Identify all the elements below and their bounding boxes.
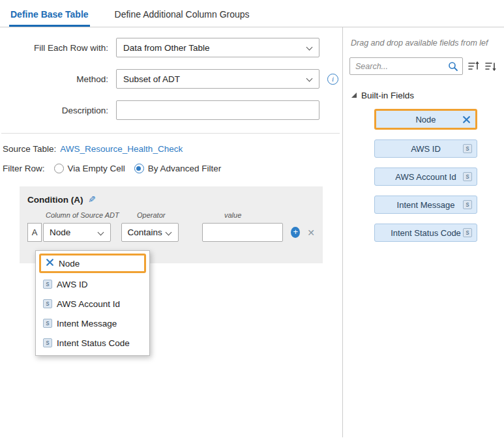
menu-item-intent-status-code[interactable]: s Intent Status Code	[36, 333, 149, 353]
string-type-icon: s	[43, 299, 52, 308]
chevron-down-icon	[97, 229, 104, 236]
search-input[interactable]	[350, 58, 462, 74]
node-type-icon	[46, 258, 54, 269]
field-label: Node	[415, 115, 436, 124]
menu-item-node[interactable]: Node	[39, 254, 146, 273]
string-type-icon: s	[463, 172, 472, 181]
source-table-link[interactable]: AWS_Resource_Health_Check	[60, 144, 183, 154]
menu-item-label: AWS ID	[57, 280, 88, 289]
remove-condition-icon[interactable]: ✕	[307, 227, 315, 238]
chevron-down-icon	[306, 76, 313, 82]
string-type-icon: s	[463, 144, 472, 153]
description-input[interactable]	[116, 100, 319, 120]
chevron-down-icon	[166, 229, 172, 236]
node-type-icon	[462, 115, 471, 126]
header-value: value	[224, 211, 241, 219]
field-label: AWS ID	[411, 144, 441, 154]
description-label: Description:	[1, 106, 116, 115]
available-fields-panel: Drag and drop available fields from lef	[342, 27, 504, 437]
string-type-icon: s	[43, 280, 52, 289]
radio-selected-icon	[134, 164, 144, 173]
method-select[interactable]: Subset of ADT	[116, 69, 319, 89]
field-label: Intent Message	[397, 200, 455, 210]
radio-by-advanced-filter[interactable]: By Advanced Filter	[134, 164, 222, 173]
menu-item-aws-account-id[interactable]: s AWS Account Id	[36, 294, 149, 314]
field-label: Intent Status Code	[391, 228, 461, 238]
radio-unselected-icon	[54, 164, 64, 173]
fill-each-row-value: Data from Other Table	[123, 43, 210, 53]
method-label: Method:	[1, 74, 116, 84]
field-aws-id[interactable]: AWS ID s	[374, 139, 477, 158]
condition-row: A Node Contains + ✕	[27, 223, 315, 242]
group-label: Built-in Fields	[361, 91, 414, 100]
menu-item-label: AWS Account Id	[57, 299, 120, 309]
string-type-icon: s	[43, 338, 52, 347]
info-icon[interactable]: i	[327, 74, 338, 85]
radio-label: Via Empty Cell	[68, 164, 125, 173]
menu-item-aws-id[interactable]: s AWS ID	[36, 274, 149, 294]
radio-via-empty-cell[interactable]: Via Empty Cell	[54, 164, 125, 173]
condition-operator-select[interactable]: Contains	[121, 223, 179, 242]
header-column-of-source-adt: Column of Source ADT	[46, 211, 119, 219]
source-table-label: Source Table:	[3, 144, 56, 154]
tab-define-base-table[interactable]: Define Base Table	[9, 3, 90, 27]
chevron-down-icon	[306, 44, 313, 51]
tab-define-additional-column-groups[interactable]: Define Additional Column Groups	[113, 3, 251, 27]
condition-title: Condition (A)	[27, 195, 83, 205]
header-operator: Operator	[137, 211, 165, 219]
sort-descending-icon[interactable]	[485, 61, 497, 71]
menu-item-intent-message[interactable]: s Intent Message	[36, 314, 149, 333]
add-condition-icon[interactable]: +	[291, 227, 300, 238]
sort-ascending-icon[interactable]	[468, 61, 480, 71]
expand-triangle-icon	[351, 91, 357, 100]
field-search	[349, 57, 463, 75]
field-intent-message[interactable]: Intent Message s	[374, 196, 477, 214]
section-divider	[1, 133, 340, 134]
base-table-config-window: Define Base Table Define Additional Colu…	[0, 0, 504, 438]
drag-drop-hint: Drag and drop available fields from lef	[351, 38, 504, 48]
field-aws-account-id[interactable]: AWS Account Id s	[374, 168, 477, 186]
condition-operator-value: Contains	[128, 227, 162, 237]
string-type-icon: s	[463, 228, 472, 237]
condition-column-select[interactable]: Node	[43, 223, 111, 242]
radio-label: By Advanced Filter	[148, 164, 222, 173]
field-node[interactable]: Node	[374, 109, 477, 130]
string-type-icon: s	[43, 319, 52, 328]
condition-key: A	[27, 223, 42, 242]
fill-each-row-select[interactable]: Data from Other Table	[116, 38, 319, 57]
built-in-fields-group[interactable]: Built-in Fields	[351, 91, 504, 100]
filter-row-label: Filter Row:	[3, 164, 45, 173]
menu-item-label: Intent Status Code	[57, 338, 130, 348]
edit-condition-icon[interactable]: ✎	[88, 194, 96, 205]
condition-value-input[interactable]	[202, 223, 283, 242]
base-table-form: Fill Each Row with: Data from Other Tabl…	[0, 27, 342, 437]
menu-item-label: Node	[59, 259, 80, 269]
field-intent-status-code[interactable]: Intent Status Code s	[374, 224, 477, 242]
string-type-icon: s	[463, 200, 472, 209]
tab-bar: Define Base Table Define Additional Colu…	[0, 0, 504, 27]
field-label: AWS Account Id	[395, 172, 456, 182]
condition-column-headers: Column of Source ADT Operator value	[27, 210, 315, 223]
method-value: Subset of ADT	[123, 74, 180, 84]
search-icon[interactable]	[448, 61, 458, 74]
menu-item-label: Intent Message	[57, 319, 117, 328]
fill-each-row-label: Fill Each Row with:	[1, 43, 116, 53]
condition-column-value: Node	[50, 227, 70, 237]
column-dropdown-menu: Node s AWS ID s AWS Account Id s Intent …	[35, 250, 150, 356]
